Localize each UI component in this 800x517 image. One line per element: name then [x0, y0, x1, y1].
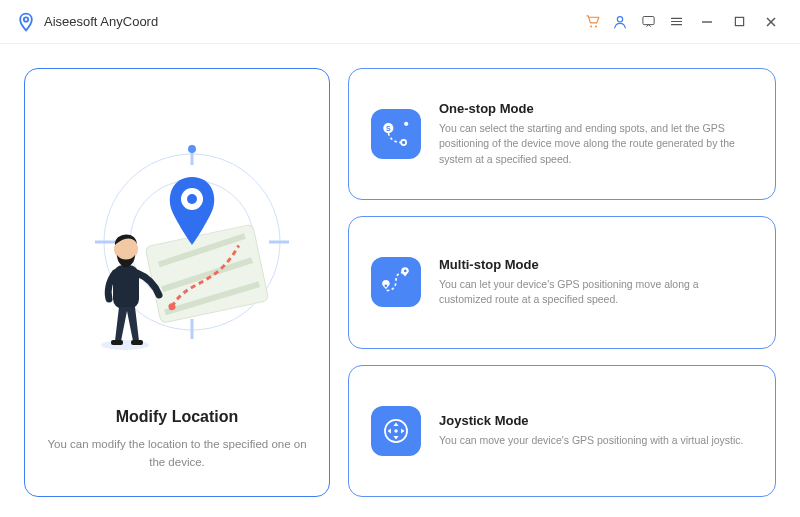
svg-point-31	[404, 122, 408, 126]
svg-rect-4	[642, 17, 653, 25]
svg-point-22	[187, 194, 197, 204]
joystick-mode-icon	[371, 406, 421, 456]
modify-location-card[interactable]: Modify Location You can modify the locat…	[24, 68, 330, 497]
svg-point-18	[188, 145, 196, 153]
svg-rect-26	[111, 340, 123, 345]
svg-marker-35	[393, 422, 398, 425]
multi-stop-mode-desc: You can let your device's GPS positionin…	[439, 277, 753, 309]
one-stop-mode-icon: S	[371, 109, 421, 159]
menu-button[interactable]	[662, 8, 690, 36]
svg-point-32	[385, 285, 388, 288]
svg-point-1	[590, 25, 592, 27]
close-button[interactable]	[756, 8, 786, 36]
minimize-button[interactable]	[692, 8, 722, 36]
svg-text:S: S	[386, 125, 391, 132]
modify-location-title: Modify Location	[116, 408, 239, 426]
one-stop-mode-desc: You can select the starting and ending s…	[439, 121, 753, 168]
svg-point-30	[401, 140, 406, 145]
svg-marker-37	[388, 428, 391, 433]
maximize-button[interactable]	[724, 8, 754, 36]
modify-location-desc: You can modify the location to the speci…	[47, 436, 307, 472]
main-content: Modify Location You can modify the locat…	[0, 44, 800, 517]
joystick-mode-desc: You can move your device's GPS positioni…	[439, 433, 744, 449]
svg-point-2	[595, 25, 597, 27]
multi-stop-mode-card[interactable]: Multi-stop Mode You can let your device'…	[348, 216, 776, 348]
app-title: Aiseesoft AnyCoord	[44, 14, 158, 29]
svg-marker-38	[401, 428, 404, 433]
app-window: Aiseesoft AnyCoord	[0, 0, 800, 517]
account-button[interactable]	[606, 8, 634, 36]
multi-stop-mode-icon	[371, 257, 421, 307]
svg-rect-9	[735, 17, 743, 25]
svg-point-3	[617, 16, 622, 21]
svg-point-39	[394, 429, 397, 432]
one-stop-mode-card[interactable]: S One-stop Mode You can select the start…	[348, 68, 776, 200]
titlebar: Aiseesoft AnyCoord	[0, 0, 800, 44]
feedback-button[interactable]	[634, 8, 662, 36]
multi-stop-mode-title: Multi-stop Mode	[439, 257, 753, 272]
svg-point-33	[404, 270, 407, 273]
cart-button[interactable]	[578, 8, 606, 36]
app-logo-icon	[16, 12, 36, 32]
joystick-mode-card[interactable]: Joystick Mode You can move your device's…	[348, 365, 776, 497]
svg-rect-27	[131, 340, 143, 345]
modify-location-illustration	[47, 91, 307, 402]
joystick-mode-title: Joystick Mode	[439, 413, 744, 428]
mode-cards: S One-stop Mode You can select the start…	[348, 68, 776, 497]
svg-marker-36	[393, 436, 398, 439]
one-stop-mode-title: One-stop Mode	[439, 101, 753, 116]
svg-point-0	[24, 17, 28, 21]
